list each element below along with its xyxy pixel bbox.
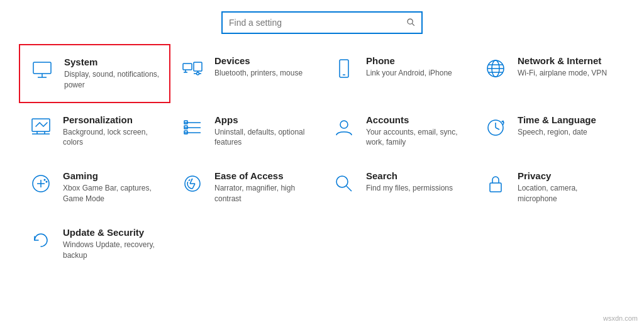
search-text: Search Find my files, permissions bbox=[366, 170, 453, 194]
phone-text: Phone Link your Android, iPhone bbox=[366, 55, 452, 79]
svg-point-38 bbox=[44, 179, 46, 181]
settings-item-time[interactable]: Time & Language Speech, region, date bbox=[474, 103, 625, 160]
update-icon bbox=[28, 227, 54, 253]
svg-rect-6 bbox=[194, 62, 202, 71]
svg-rect-2 bbox=[33, 62, 51, 74]
svg-rect-20 bbox=[32, 119, 50, 131]
apps-title: Apps bbox=[214, 114, 313, 125]
svg-point-37 bbox=[46, 181, 48, 183]
svg-rect-5 bbox=[183, 64, 192, 70]
apps-icon bbox=[179, 114, 206, 141]
svg-point-30 bbox=[340, 121, 348, 128]
privacy-icon bbox=[482, 170, 509, 197]
gaming-icon bbox=[28, 170, 54, 197]
phone-title: Phone bbox=[366, 55, 452, 66]
privacy-text: Privacy Location, camera, microphone bbox=[518, 170, 616, 204]
privacy-title: Privacy bbox=[518, 170, 616, 181]
devices-icon bbox=[179, 55, 206, 82]
settings-item-network[interactable]: Network & Internet Wi-Fi, airplane mode,… bbox=[474, 44, 625, 103]
svg-line-33 bbox=[496, 128, 499, 130]
update-title: Update & Security bbox=[63, 227, 162, 238]
svg-point-0 bbox=[408, 19, 413, 24]
accounts-title: Accounts bbox=[366, 114, 465, 125]
svg-line-40 bbox=[190, 179, 192, 184]
settings-item-gaming[interactable]: Gaming Xbox Game Bar, captures, Game Mod… bbox=[19, 159, 170, 216]
settings-item-apps[interactable]: Apps Uninstall, defaults, optional featu… bbox=[170, 103, 322, 160]
ease-icon bbox=[179, 170, 206, 197]
network-title: Network & Internet bbox=[518, 55, 607, 66]
network-icon bbox=[482, 55, 509, 82]
network-desc: Wi-Fi, airplane mode, VPN bbox=[518, 68, 607, 79]
system-title: System bbox=[64, 57, 160, 67]
gaming-title: Gaming bbox=[63, 170, 162, 181]
watermark: wsxdn.com bbox=[603, 314, 638, 322]
gaming-text: Gaming Xbox Game Bar, captures, Game Mod… bbox=[63, 170, 162, 204]
accounts-text: Accounts Your accounts, email, sync, wor… bbox=[366, 114, 465, 148]
settings-item-devices[interactable]: Devices Bluetooth, printers, mouse bbox=[170, 44, 322, 103]
devices-text: Devices Bluetooth, printers, mouse bbox=[214, 55, 303, 79]
search-input[interactable] bbox=[229, 18, 406, 28]
devices-desc: Bluetooth, printers, mouse bbox=[214, 68, 303, 79]
time-title: Time & Language bbox=[518, 114, 596, 125]
search-settings-icon bbox=[331, 170, 357, 197]
empty-cell bbox=[170, 216, 322, 272]
system-desc: Display, sound, notifications, power bbox=[64, 69, 160, 91]
gaming-desc: Xbox Game Bar, captures, Game Mode bbox=[63, 183, 162, 204]
settings-item-phone[interactable]: Phone Link your Android, iPhone bbox=[322, 44, 474, 103]
time-desc: Speech, region, date bbox=[518, 127, 596, 138]
phone-icon bbox=[331, 55, 357, 82]
accounts-icon bbox=[331, 114, 357, 141]
privacy-desc: Location, camera, microphone bbox=[518, 183, 616, 204]
ease-title: Ease of Access bbox=[214, 170, 313, 181]
network-text: Network & Internet Wi-Fi, airplane mode,… bbox=[518, 55, 607, 79]
time-text: Time & Language Speech, region, date bbox=[518, 114, 596, 138]
ease-text: Ease of Access Narrator, magnifier, high… bbox=[214, 170, 313, 204]
settings-item-search[interactable]: Search Find my files, permissions bbox=[322, 159, 474, 216]
apps-text: Apps Uninstall, defaults, optional featu… bbox=[214, 114, 313, 148]
settings-item-accounts[interactable]: Accounts Your accounts, email, sync, wor… bbox=[322, 103, 474, 160]
settings-grid: System Display, sound, notifications, po… bbox=[0, 44, 644, 272]
personalization-icon bbox=[28, 114, 54, 141]
settings-item-system[interactable]: System Display, sound, notifications, po… bbox=[19, 44, 170, 103]
search-desc: Find my files, permissions bbox=[366, 183, 453, 194]
svg-line-44 bbox=[347, 186, 352, 191]
settings-item-privacy[interactable]: Privacy Location, camera, microphone bbox=[474, 159, 625, 216]
svg-line-1 bbox=[412, 23, 414, 26]
svg-rect-45 bbox=[490, 183, 501, 192]
time-icon bbox=[482, 114, 509, 141]
svg-point-9 bbox=[197, 72, 199, 75]
system-text: System Display, sound, notifications, po… bbox=[64, 57, 160, 91]
update-desc: Windows Update, recovery, backup bbox=[63, 240, 162, 261]
phone-desc: Link your Android, iPhone bbox=[366, 68, 452, 79]
settings-item-ease[interactable]: Ease of Access Narrator, magnifier, high… bbox=[170, 159, 322, 216]
search-title: Search bbox=[366, 170, 453, 181]
ease-desc: Narrator, magnifier, high contrast bbox=[214, 183, 313, 204]
personalization-text: Personalization Background, lock screen,… bbox=[63, 114, 162, 148]
svg-line-41 bbox=[192, 184, 195, 189]
accounts-desc: Your accounts, email, sync, work, family bbox=[366, 127, 465, 148]
devices-title: Devices bbox=[214, 55, 303, 66]
update-text: Update & Security Windows Update, recove… bbox=[63, 227, 162, 261]
top-bar bbox=[0, 0, 644, 44]
search-box[interactable] bbox=[221, 11, 423, 34]
personalization-desc: Background, lock screen, colors bbox=[63, 127, 162, 148]
settings-item-personalization[interactable]: Personalization Background, lock screen,… bbox=[19, 103, 170, 160]
settings-item-update[interactable]: Update & Security Windows Update, recove… bbox=[19, 216, 170, 272]
search-icon bbox=[406, 18, 415, 28]
apps-desc: Uninstall, defaults, optional features bbox=[214, 127, 313, 148]
svg-point-43 bbox=[336, 176, 348, 187]
personalization-title: Personalization bbox=[63, 114, 162, 125]
system-icon bbox=[29, 57, 55, 83]
